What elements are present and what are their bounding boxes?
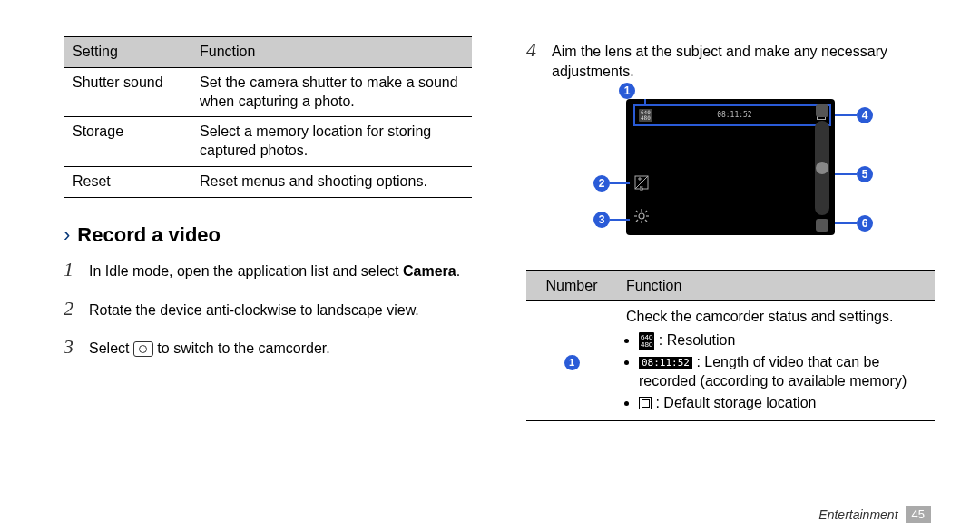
table-header-row: Setting Function bbox=[64, 37, 472, 68]
setting-func: Reset menus and shooting options. bbox=[191, 166, 472, 197]
setting-name: Storage bbox=[64, 117, 191, 167]
step-3: 3 Select to switch to the camcorder. bbox=[64, 333, 472, 361]
callout-6: 6 bbox=[857, 215, 873, 232]
resolution-badge: 640 480 bbox=[639, 109, 652, 122]
step-number: 4 bbox=[526, 36, 543, 64]
table-row: Storage Select a memory location for sto… bbox=[64, 117, 472, 167]
text: Select bbox=[89, 340, 133, 356]
exposure-icon-group: 5 bbox=[634, 175, 649, 192]
callout-1: 1 bbox=[619, 83, 635, 99]
text: . bbox=[456, 263, 460, 279]
left-column: Setting Function Shutter sound Set the c… bbox=[64, 36, 472, 523]
num: 1 bbox=[569, 356, 574, 369]
step-2: 2 Rotate the device anti-clockwise to la… bbox=[64, 295, 472, 323]
text: to switch to the camcorder. bbox=[153, 340, 330, 356]
gallery-icon bbox=[816, 219, 828, 232]
resolution-icon: 640 480 bbox=[639, 332, 654, 350]
func-lead: Check the camcorder status and settings. bbox=[626, 309, 893, 324]
svg-line-7 bbox=[645, 220, 647, 222]
num: 4 bbox=[862, 109, 868, 122]
gear-icon bbox=[634, 209, 649, 223]
camcorder-illustration: 5 640 480 08:11:52 bbox=[590, 94, 871, 257]
svg-line-9 bbox=[645, 211, 647, 212]
setting-name: Reset bbox=[64, 166, 191, 197]
callout-lead bbox=[835, 222, 857, 224]
list-item: : Default storage location bbox=[639, 393, 926, 413]
step-4: 4 Aim the lens at the subject and make a… bbox=[526, 36, 935, 83]
num: 3 bbox=[599, 213, 605, 226]
shutter-button-icon bbox=[816, 162, 828, 174]
app-name: Camera bbox=[403, 263, 456, 279]
page-number: 45 bbox=[906, 506, 931, 523]
step-text: Select to switch to the camcorder. bbox=[89, 339, 330, 359]
callout-lead bbox=[835, 114, 857, 116]
num: 1 bbox=[624, 84, 631, 97]
callout-5: 5 bbox=[857, 166, 873, 182]
callout-function-table: Number Function 1 Check the camcorder st… bbox=[526, 270, 935, 421]
settings-table: Setting Function Shutter sound Set the c… bbox=[64, 36, 472, 198]
row-function: Check the camcorder status and settings.… bbox=[617, 301, 935, 420]
table-row: 1 Check the camcorder status and setting… bbox=[526, 301, 935, 420]
row-number: 1 bbox=[526, 301, 617, 420]
col-setting: Setting bbox=[64, 37, 191, 68]
res-bot: 480 bbox=[641, 340, 652, 349]
section-header: › Record a video bbox=[64, 223, 472, 247]
text: : Default storage location bbox=[652, 395, 816, 410]
footer-section: Entertainment bbox=[818, 507, 897, 522]
step-number: 2 bbox=[64, 295, 80, 323]
col-function: Function bbox=[617, 270, 935, 301]
table-row: Shutter sound Set the camera shutter to … bbox=[64, 67, 472, 117]
step-number: 3 bbox=[64, 333, 80, 361]
callout-lead bbox=[610, 219, 630, 221]
text: : Resolution bbox=[654, 332, 735, 348]
callout-4: 4 bbox=[857, 107, 873, 123]
num: 2 bbox=[599, 177, 605, 190]
setting-name: Shutter sound bbox=[64, 67, 191, 117]
list-item: 08:11:52 : Length of video that can be r… bbox=[639, 352, 926, 391]
table-header-row: Number Function bbox=[526, 270, 935, 301]
step-number: 1 bbox=[64, 256, 80, 284]
setting-func: Select a memory location for storing cap… bbox=[191, 117, 472, 167]
step-text: Aim the lens at the subject and make any… bbox=[552, 42, 935, 83]
right-column: 4 Aim the lens at the subject and make a… bbox=[526, 36, 935, 523]
page-footer: Entertainment 45 bbox=[818, 506, 931, 523]
svg-point-1 bbox=[639, 213, 644, 219]
step-text: Rotate the device anti-clockwise to land… bbox=[89, 300, 419, 320]
res-bot: 480 bbox=[641, 114, 651, 121]
callout-lead bbox=[644, 99, 646, 104]
rec-time: 08:11:52 bbox=[717, 111, 752, 119]
steps-list-left: 1 In Idle mode, open the application lis… bbox=[64, 256, 472, 361]
callout-3: 3 bbox=[593, 212, 610, 228]
step-1: 1 In Idle mode, open the application lis… bbox=[64, 256, 472, 284]
setting-func: Set the camera shutter to make a sound w… bbox=[191, 67, 472, 117]
list-item: 640 480 : Resolution bbox=[639, 330, 926, 350]
steps-list-right: 4 Aim the lens at the subject and make a… bbox=[526, 36, 935, 83]
func-bullets: 640 480 : Resolution 08:11:52 : Length o… bbox=[626, 330, 926, 413]
status-bar-highlight: 640 480 08:11:52 bbox=[633, 104, 831, 126]
callout-lead bbox=[610, 182, 630, 184]
chevron-right-icon: › bbox=[64, 225, 70, 245]
svg-line-8 bbox=[636, 220, 638, 222]
num: 5 bbox=[862, 168, 868, 181]
callout-ref-1: 1 bbox=[564, 355, 580, 370]
callout-2: 2 bbox=[593, 175, 610, 192]
col-function: Function bbox=[191, 37, 472, 68]
left-rail: 5 bbox=[632, 175, 652, 223]
text: In Idle mode, open the application list … bbox=[89, 263, 403, 279]
mode-switch-icon bbox=[816, 104, 828, 117]
time-badge-icon: 08:11:52 bbox=[639, 357, 692, 369]
table-row: Reset Reset menus and shooting options. bbox=[64, 166, 472, 197]
step-text: In Idle mode, open the application list … bbox=[89, 261, 460, 281]
camera-switch-icon bbox=[133, 341, 153, 357]
storage-icon bbox=[639, 397, 652, 409]
section-title: Record a video bbox=[77, 223, 220, 247]
num: 6 bbox=[862, 217, 868, 230]
callout-lead bbox=[835, 173, 857, 175]
svg-line-6 bbox=[636, 211, 638, 212]
right-rail bbox=[813, 104, 831, 232]
col-number: Number bbox=[526, 270, 617, 301]
shutter-track bbox=[815, 121, 829, 215]
